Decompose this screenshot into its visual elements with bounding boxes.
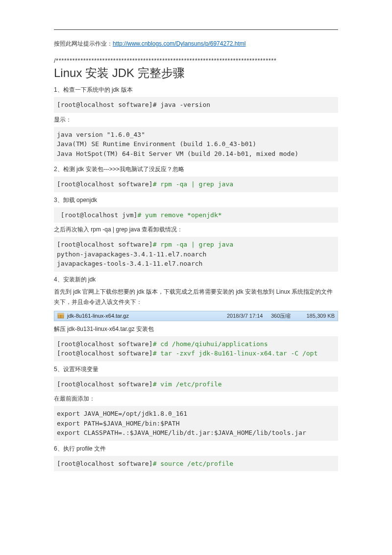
add-label: 在最前面添加：	[54, 395, 338, 403]
page-title: Linux 安装 JDK 完整步骤	[54, 65, 338, 81]
code-block: [root@localhost software]# cd /home/qiuh…	[54, 336, 338, 361]
step-5-label: 5、设置环境变量	[54, 365, 338, 374]
step-text: 、卸载	[57, 197, 76, 203]
intro-link[interactable]: http://www.cnblogs.com/Dylansuns/p/69742…	[113, 40, 245, 47]
step-text: 、检查一下系统中的	[57, 86, 112, 93]
step-keyword: jdk	[112, 86, 119, 93]
step-3-after: 之后再次输入 rpm -qa | grep java 查看卸载情况：	[54, 226, 338, 234]
file-row: jdk-8u161-linux-x64.tar.gz 2018/3/7 17:1…	[54, 311, 338, 321]
step-keyword: jdk	[76, 166, 84, 173]
step-keyword: jdk	[88, 276, 96, 283]
keyword: Linux	[276, 288, 290, 295]
prompt: [root@localhost software]	[57, 380, 153, 388]
prompt: [root@localhost software]	[57, 350, 153, 357]
file-size: 185,309 KB	[300, 313, 335, 319]
step-keyword: openjdk	[76, 197, 97, 203]
code-block: [root@localhost software]# vim /etc/prof…	[54, 377, 338, 392]
text: 解压	[54, 326, 67, 332]
step-text: 、设置环境变量	[57, 366, 98, 373]
unzip-label: 解压 jdk-8u131-linux-x64.tar.gz 安装包	[54, 325, 338, 333]
output-lines: python-javapackages-3.4.1-11.el7.noarch …	[57, 251, 206, 268]
text: 版本，下载完成之后将需要安装的	[145, 288, 236, 295]
step-text: 安装包--->>>我电脑试了没反应？忽略	[84, 166, 184, 173]
code-block: [root@localhost software]# source /etc/p…	[54, 456, 338, 472]
command: # rpm -qa | grep java	[153, 180, 233, 188]
step-text: 文件	[93, 445, 106, 452]
text: 查看卸载情况：	[140, 226, 183, 233]
text: 官网上下载你想要的	[81, 288, 137, 295]
keyword: jdk	[236, 288, 243, 295]
code-block: [root@localhost software]# rpm -qa | gre…	[54, 177, 338, 192]
command: # vim /etc/profile	[153, 380, 222, 388]
step-4-label: 4、安装新的 jdk	[54, 276, 338, 284]
label-show: 显示：	[54, 116, 338, 124]
step-text: 、执行	[57, 445, 76, 452]
file-date: 2018/3/7 17:14	[227, 313, 271, 319]
step-number: 4	[54, 276, 57, 283]
prompt: [root@localhost software]	[57, 460, 153, 467]
command: # tar -zxvf jdk-8u161-linux-x64.tar -C /…	[153, 350, 318, 357]
step-text: 、检测	[57, 166, 76, 173]
step-number: 6	[54, 445, 57, 452]
step-number: 2	[54, 166, 57, 173]
command: # cd /home/qiuhui/applications	[153, 340, 268, 348]
keyword: jdk	[73, 288, 80, 295]
step-number: 5	[54, 366, 57, 373]
filename: jdk-8u131-linux-x64.tar.gz	[67, 326, 134, 332]
prompt: [root@localhost software]	[57, 340, 153, 348]
step-number: 1	[54, 86, 57, 93]
text: 安装包放到	[244, 288, 276, 295]
code-block: [root@localhost software]# java -version	[54, 97, 338, 113]
step-2-label: 2、检测 jdk 安装包--->>>我电脑试了没反应？忽略	[54, 165, 338, 174]
archive-icon	[57, 312, 64, 319]
svg-rect-1	[58, 313, 64, 315]
code-output: [root@localhost software]# rpm -qa | gre…	[54, 237, 338, 272]
env-block: export JAVA_HOME=/opt/jdk1.8.0_161 expor…	[54, 406, 338, 441]
top-rule	[54, 29, 338, 30]
step-1-label: 1、检查一下系统中的 jdk 版本	[54, 86, 338, 94]
code-output: java version "1.6.0_43" Java(TM) SE Runt…	[54, 127, 338, 162]
inline-code: rpm -qa | grep java	[91, 226, 140, 233]
intro-prefix: 按照此网址提示作业：	[54, 40, 113, 47]
code-block: [root@localhost jvm]# yum remove *openjd…	[54, 207, 338, 223]
star-divider: /***************************************…	[54, 57, 338, 64]
step-6-label: 6、执行 profile 文件	[54, 445, 338, 453]
step-text: 版本	[119, 86, 132, 93]
document-page: 按照此网址提示作业：http://www.cnblogs.com/Dylansu…	[0, 0, 392, 493]
text: 首先到	[54, 288, 73, 295]
step-text: 、安装新的	[57, 276, 88, 283]
command: # yum remove *openjdk*	[137, 211, 221, 219]
step-number: 3	[54, 197, 57, 203]
prompt: [root@localhost software]	[57, 180, 153, 188]
text: 之后再次输入	[54, 226, 91, 233]
text: 安装包	[135, 326, 154, 332]
step-4-desc: 首先到 jdk 官网上下载你想要的 jdk 版本，下载完成之后将需要安装的 jd…	[54, 287, 338, 308]
file-name: jdk-8u161-linux-x64.tar.gz	[67, 313, 227, 319]
prompt: [root@localhost software]	[57, 241, 153, 248]
command: # source /etc/profile	[153, 460, 233, 467]
file-type: 360压缩	[271, 312, 300, 320]
step-3-label: 3、卸载 openjdk	[54, 196, 338, 204]
intro-line: 按照此网址提示作业：http://www.cnblogs.com/Dylansu…	[54, 40, 338, 48]
step-keyword: profile	[76, 445, 93, 452]
prompt: [root@localhost jvm]	[57, 211, 137, 219]
command: # rpm -qa | grep java	[153, 241, 233, 248]
keyword: jdk	[137, 288, 144, 295]
